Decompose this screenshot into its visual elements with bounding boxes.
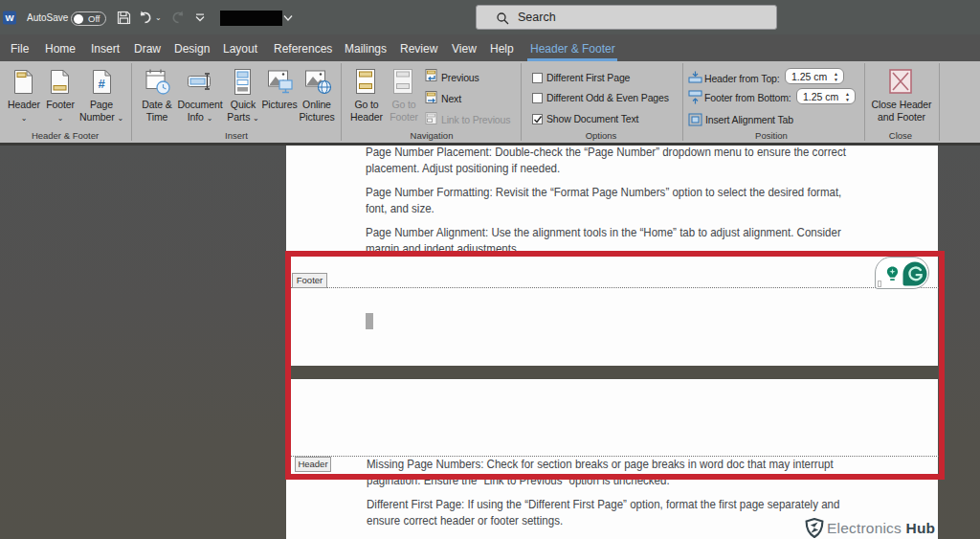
- svg-text:W: W: [5, 12, 14, 23]
- svg-text:#: #: [98, 77, 105, 91]
